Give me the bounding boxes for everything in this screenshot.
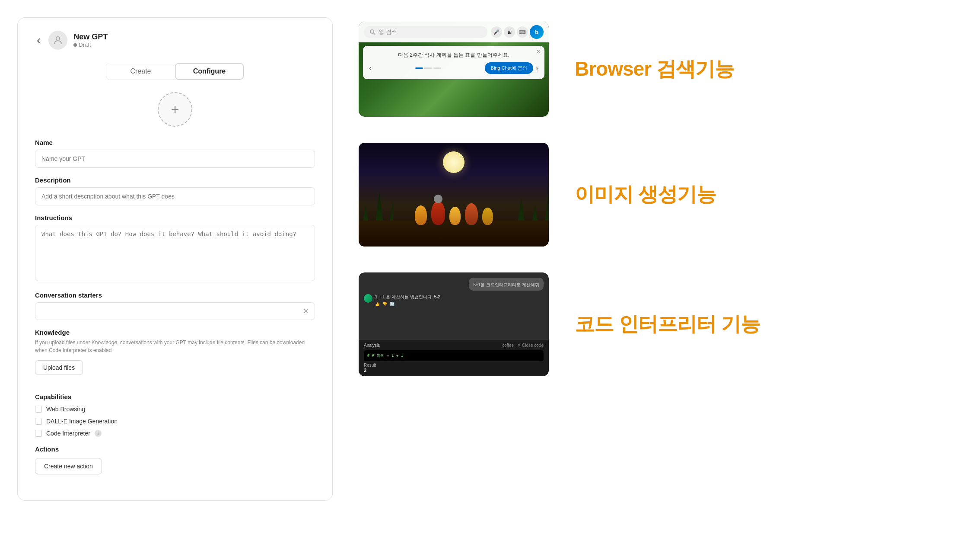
back-button[interactable]: ‹ bbox=[35, 33, 42, 47]
conversation-starters-label: Conversation starters bbox=[35, 291, 315, 299]
search-placeholder: 웹 검색 bbox=[379, 28, 397, 36]
gpt-avatar-placeholder bbox=[48, 31, 67, 50]
web-browsing-label: Web Browsing bbox=[46, 406, 85, 413]
svg-point-4 bbox=[370, 30, 374, 33]
tab-configure[interactable]: Configure bbox=[175, 63, 244, 80]
actions-title: Actions bbox=[35, 445, 315, 453]
conversation-starters-group: Conversation starters ✕ bbox=[35, 291, 315, 320]
code-result: Result 2 bbox=[364, 363, 544, 373]
draft-dot bbox=[73, 43, 77, 47]
code-panel-controls: coffee ✕ Close code bbox=[502, 343, 544, 348]
name-field-group: Name bbox=[35, 139, 315, 168]
capability-item-code-interpreter: Code Interpreter i bbox=[35, 430, 315, 437]
knowledge-group: Knowledge If you upload files under Know… bbox=[35, 329, 315, 384]
moon bbox=[443, 151, 465, 173]
description-input[interactable] bbox=[35, 187, 315, 205]
actions-group: Actions Create new action bbox=[35, 445, 315, 474]
instructions-label: Instructions bbox=[35, 214, 315, 221]
modal-prev-arrow: ‹ bbox=[369, 64, 372, 73]
instrument bbox=[434, 195, 442, 203]
gpt-msg-text: 1 + 1 을 계산하는 방법입니다. 5-2 bbox=[375, 294, 440, 300]
code-panel-title: Analysis bbox=[364, 343, 380, 348]
camera-icon: ⊞ bbox=[504, 26, 515, 38]
code-block: # # 파이 = 1 + 1 bbox=[364, 350, 544, 361]
starters-input[interactable] bbox=[41, 308, 303, 315]
image-gen-screenshot bbox=[359, 143, 549, 247]
code-interpreter-checkbox[interactable] bbox=[35, 430, 42, 437]
add-image-button[interactable]: + bbox=[158, 92, 192, 127]
starters-row: ✕ bbox=[35, 302, 315, 320]
svg-line-5 bbox=[373, 33, 375, 35]
leaf-fig-5 bbox=[482, 208, 493, 225]
dalle-checkbox[interactable] bbox=[35, 418, 42, 425]
name-input[interactable] bbox=[35, 150, 315, 168]
progress-inactive-2 bbox=[433, 67, 441, 69]
tab-create[interactable]: Create bbox=[106, 63, 175, 80]
plus-icon: + bbox=[171, 102, 179, 118]
bing-chat-button[interactable]: Bing Chat에 묻의 bbox=[485, 62, 533, 74]
leaf-characters bbox=[415, 201, 493, 225]
right-side: 웹 검색 🎤 ⊞ ⌨ b ✕ 다음 2주간 식사 계획을 돕는 표를 만들어주세… bbox=[333, 13, 963, 385]
progress-inactive-1 bbox=[424, 67, 432, 69]
modal-text: 다음 2주간 식사 계획을 돕는 표를 만들어주세요. bbox=[369, 51, 538, 59]
browser-screenshot: 웹 검색 🎤 ⊞ ⌨ b ✕ 다음 2주간 식사 계획을 돕는 표를 만들어주세… bbox=[359, 22, 549, 117]
gpt-avatar-icon bbox=[364, 294, 372, 303]
knowledge-title: Knowledge bbox=[35, 329, 315, 336]
code-interpreter-label: Code Interpreter bbox=[46, 430, 90, 437]
modal-next-arrow: › bbox=[536, 64, 538, 73]
knowledge-desc: If you upload files under Knowledge, con… bbox=[35, 339, 315, 354]
gpt-draft: Draft bbox=[73, 42, 108, 48]
dalle-label: DALL-E Image Generation bbox=[46, 418, 118, 425]
leaf-fig-4 bbox=[465, 203, 478, 225]
instructions-textarea[interactable] bbox=[35, 225, 315, 281]
user-message: 5+1을 코드인터프리터로 계산해줘 bbox=[364, 278, 544, 291]
upload-files-button[interactable]: Upload files bbox=[35, 360, 83, 375]
leaf-fig-3 bbox=[449, 207, 461, 225]
capability-item-dalle: DALL-E Image Generation bbox=[35, 418, 315, 425]
code-panel-option: coffee bbox=[502, 343, 514, 348]
gpt-title-group: New GPT Draft bbox=[73, 32, 108, 48]
code-panel: Analysis coffee ✕ Close code # # 파이 = 1 … bbox=[359, 339, 549, 376]
capability-item-web-browsing: Web Browsing bbox=[35, 406, 315, 413]
web-browsing-checkbox[interactable] bbox=[35, 406, 42, 413]
description-field-group: Description bbox=[35, 176, 315, 205]
description-label: Description bbox=[35, 176, 315, 184]
starters-close-button[interactable]: ✕ bbox=[303, 307, 309, 315]
tab-group: Create Configure bbox=[106, 63, 244, 80]
progress-active bbox=[415, 67, 423, 69]
instructions-field-group: Instructions bbox=[35, 214, 315, 283]
leaf-fig-2 bbox=[431, 201, 445, 225]
reaction-icons: 👍 👎 🔄 bbox=[375, 302, 440, 306]
gpt-title: New GPT bbox=[73, 32, 108, 42]
main-container: ‹ New GPT Draft Create Configure + bbox=[0, 0, 980, 554]
gpt-message: 1 + 1 을 계산하는 방법입니다. 5-2 👍 👎 🔄 bbox=[364, 294, 544, 306]
gpt-panel: ‹ New GPT Draft Create Configure + bbox=[17, 17, 333, 501]
name-label: Name bbox=[35, 139, 315, 146]
bing-logo: b bbox=[530, 25, 544, 39]
panel-header: ‹ New GPT Draft bbox=[35, 31, 315, 50]
create-new-action-button[interactable]: Create new action bbox=[35, 458, 102, 474]
keyboard-icon: ⌨ bbox=[517, 26, 528, 38]
code-screenshot-container: 5+1을 코드인터프리터로 계산해줘 1 + 1 을 계산하는 방법입니다. 5… bbox=[359, 272, 549, 376]
leaf-fig-1 bbox=[415, 205, 427, 225]
user-msg-text: 5+1을 코드인터프리터로 계산해줘 bbox=[473, 282, 539, 287]
code-panel-close-btn[interactable]: ✕ Close code bbox=[517, 343, 544, 348]
code-interpreter-info-icon[interactable]: i bbox=[95, 430, 102, 437]
capabilities-title: Capabilities bbox=[35, 393, 315, 400]
capabilities-group: Capabilities Web Browsing DALL-E Image G… bbox=[35, 393, 315, 437]
mic-icon: 🎤 bbox=[491, 26, 502, 38]
modal-close-icon: ✕ bbox=[536, 48, 541, 55]
svg-point-0 bbox=[56, 37, 60, 40]
